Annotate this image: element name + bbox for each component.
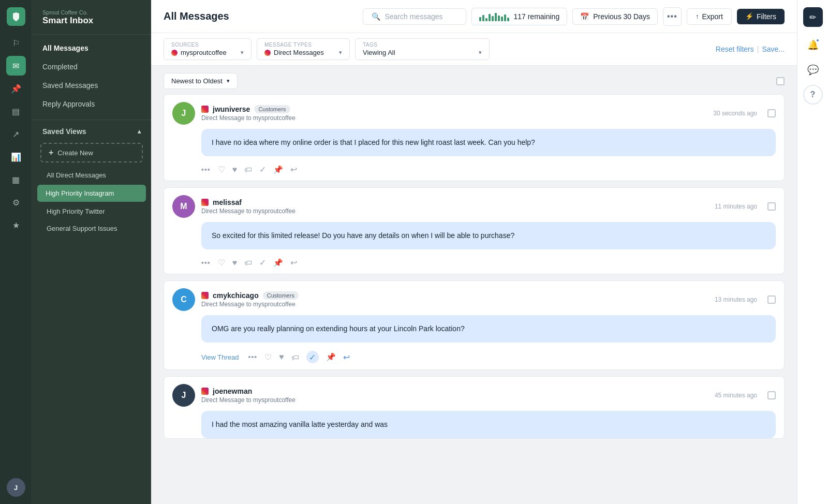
tags-dropdown[interactable]: Tags Viewing All ▾ <box>355 38 490 60</box>
message-types-label: Message Types <box>264 42 342 48</box>
sort-bar: Newest to Oldest ▾ <box>164 66 785 94</box>
message-time: 13 minutes ago <box>715 296 757 303</box>
date-range-button[interactable]: 📅 Previous 30 Days <box>572 8 658 25</box>
rail-icon-flag[interactable]: ⚐ <box>6 33 26 53</box>
filter-bar: Sources mysproutcoffee ▾ Message Types D… <box>151 33 797 66</box>
notification-dot <box>816 38 820 42</box>
sidebar-item-saved-messages[interactable]: Saved Messages <box>32 76 151 95</box>
compose-button[interactable]: ✏ <box>803 7 823 27</box>
reset-filters-link[interactable]: Reset filters <box>716 45 754 53</box>
message-card: J jwuniverse Customers Direct Message to… <box>164 94 785 181</box>
help-icon[interactable]: ? <box>803 85 823 105</box>
sort-dropdown[interactable]: Newest to Oldest ▾ <box>164 73 238 89</box>
message-types-chevron: ▾ <box>339 49 342 56</box>
save-filters-link[interactable]: Save... <box>762 45 785 53</box>
rail-icon-robot[interactable]: ⚙ <box>6 192 26 212</box>
page-title: All Messages <box>164 10 229 22</box>
rail-icon-star[interactable]: ★ <box>6 215 26 235</box>
sources-dropdown[interactable]: Sources mysproutcoffee ▾ <box>164 38 252 60</box>
search-icon: 🔍 <box>372 12 380 21</box>
rail-icon-chart[interactable]: 📊 <box>6 147 26 167</box>
check-done-icon[interactable]: ✓ <box>259 258 266 268</box>
export-icon: ↑ <box>696 12 699 20</box>
sort-label: Newest to Oldest <box>171 77 223 85</box>
saved-views-header[interactable]: Saved Views ▴ <box>32 122 151 141</box>
customer-tag-badge: Customers <box>263 291 299 300</box>
user-avatar-rail[interactable]: J <box>7 478 25 497</box>
reply-action-icon-active[interactable]: ↩ <box>343 352 350 362</box>
export-button[interactable]: ↑ Export <box>687 8 732 25</box>
message-types-dropdown[interactable]: Message Types Direct Messages ▾ <box>257 38 350 60</box>
message-sub: Direct Message to mysproutcoffee <box>201 396 708 404</box>
more-dots-button[interactable]: ••• <box>663 7 682 26</box>
pin-action-icon[interactable]: 📌 <box>273 165 283 174</box>
like-icon[interactable]: ♡ <box>264 352 272 362</box>
more-actions-icon[interactable]: ••• <box>201 166 211 174</box>
create-new-button[interactable]: + Create New <box>40 143 143 162</box>
filters-button[interactable]: ⚡ Filters <box>737 9 785 24</box>
like-icon[interactable]: ♡ <box>218 258 225 268</box>
message-username: cmykchicago <box>213 291 259 300</box>
check-done-icon[interactable]: ✓ <box>259 165 266 174</box>
topbar: All Messages 🔍 Search messages 117 remai… <box>151 0 797 33</box>
pipe-divider: | <box>757 45 759 53</box>
message-card: C cmykchicago Customers Direct Message t… <box>164 280 785 370</box>
sidebar: Sprout Coffee Co. Smart Inbox All Messag… <box>32 0 151 504</box>
customer-tag-badge: Customers <box>254 105 290 113</box>
rail-icon-layers[interactable]: ▤ <box>6 101 26 121</box>
message-time: 45 minutes ago <box>715 392 757 399</box>
pin-action-icon[interactable]: 📌 <box>273 258 283 268</box>
saved-view-high-priority-twitter[interactable]: High Priority Twitter <box>32 203 151 220</box>
filters-icon: ⚡ <box>745 12 753 20</box>
pin-action-icon[interactable]: 📌 <box>326 352 336 362</box>
heart-icon[interactable]: ♥ <box>232 165 238 174</box>
message-sub: Direct Message to mysproutcoffee <box>201 114 707 122</box>
brand-sub: Sprout Coffee Co. <box>42 9 141 16</box>
tags-value: Viewing All <box>363 49 395 56</box>
saved-view-high-priority-instagram[interactable]: High Priority Instagram <box>37 185 146 202</box>
rail-icon-bar[interactable]: ▦ <box>6 170 26 189</box>
filter-actions: Reset filters | Save... <box>716 45 785 53</box>
notifications-icon[interactable]: 🔔 <box>803 35 823 55</box>
heart-icon[interactable]: ♥ <box>232 258 238 268</box>
tag-action-icon[interactable]: 🏷 <box>244 258 252 267</box>
avatar: J <box>172 102 195 125</box>
more-actions-icon[interactable]: ••• <box>248 353 258 361</box>
message-time: 30 seconds ago <box>713 110 757 117</box>
more-actions-icon[interactable]: ••• <box>201 259 211 267</box>
tag-action-icon[interactable]: 🏷 <box>244 165 252 174</box>
heart-icon[interactable]: ♥ <box>279 352 284 362</box>
sidebar-item-reply-approvals[interactable]: Reply Approvals <box>32 95 151 113</box>
saved-view-general-support[interactable]: General Support Issues <box>32 220 151 237</box>
rail-icon-pin[interactable]: 📌 <box>6 79 26 98</box>
instagram-message-icon <box>201 199 209 206</box>
message-checkbox[interactable] <box>767 295 776 304</box>
sources-label: Sources <box>171 42 244 48</box>
sidebar-item-all-messages[interactable]: All Messages <box>32 39 151 57</box>
saved-views-section: Saved Views ▴ + Create New All Direct Me… <box>32 122 151 237</box>
rail-icon-inbox[interactable]: ✉ <box>6 56 26 76</box>
reply-action-icon[interactable]: ↩ <box>290 258 297 268</box>
like-icon[interactable]: ♡ <box>218 165 225 174</box>
check-done-icon-active[interactable]: ✓ <box>306 351 319 363</box>
message-checkbox[interactable] <box>767 109 776 117</box>
select-all-checkbox[interactable] <box>776 77 785 85</box>
tag-action-icon[interactable]: 🏷 <box>291 353 299 362</box>
avatar: C <box>172 288 195 311</box>
view-thread-link[interactable]: View Thread <box>201 353 239 361</box>
sources-value: mysproutcoffee <box>181 49 227 56</box>
rail-icon-send[interactable]: ↗ <box>6 124 26 144</box>
reply-action-icon[interactable]: ↩ <box>290 165 297 174</box>
message-bubble: OMG are you really planning on extending… <box>201 315 776 343</box>
message-checkbox[interactable] <box>767 391 776 399</box>
message-bubble: So excited for this limited release! Do … <box>201 222 776 249</box>
saved-view-all-direct[interactable]: All Direct Messages <box>32 167 151 184</box>
message-bubble: I have no idea where my online order is … <box>201 129 776 156</box>
sidebar-item-completed[interactable]: Completed <box>32 57 151 76</box>
chat-support-icon[interactable]: 💬 <box>803 60 823 80</box>
search-box[interactable]: 🔍 Search messages <box>363 8 466 25</box>
bar-chart-icon <box>479 12 509 21</box>
message-checkbox[interactable] <box>767 202 776 211</box>
instagram-messages-icon <box>264 50 271 56</box>
message-time: 11 minutes ago <box>715 203 757 210</box>
